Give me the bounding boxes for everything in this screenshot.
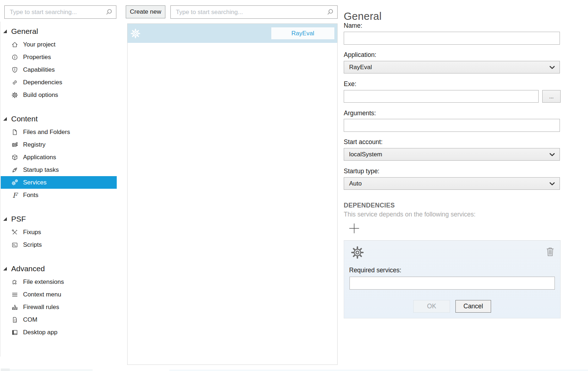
firewall-icon <box>11 304 18 311</box>
sidebar-item-context-menu[interactable]: Context menu <box>0 288 117 301</box>
dependencies-heading: DEPENDENCIES <box>344 202 395 209</box>
application-badge: RayEval <box>271 27 334 39</box>
sidebar-item-services[interactable]: Services <box>0 176 117 189</box>
sidebar-item-capabilities[interactable]: Capabilities <box>0 63 117 76</box>
section-label: PSF <box>11 215 26 223</box>
section-label: Content <box>11 115 38 123</box>
add-dependency-button plus-icon[interactable] <box>349 223 360 234</box>
required-services-input[interactable] <box>349 277 555 290</box>
dependencies-subtitle: This service depends on the following se… <box>344 211 476 218</box>
sidebar-section-content: Content Files and Folders Registry Appli… <box>0 114 117 201</box>
sidebar-section-advanced: Advanced File extensions Context menu Fi… <box>0 264 117 339</box>
section-header-general[interactable]: General <box>0 27 117 36</box>
script-f-icon: F <box>11 192 18 199</box>
section-header-content[interactable]: Content <box>0 114 117 124</box>
exe-browse-button[interactable]: ... <box>542 90 561 103</box>
sidebar-item-startup-tasks[interactable]: Startup tasks <box>0 164 117 176</box>
dependency-editor-card: Required services: OK Cancel <box>344 240 561 318</box>
sidebar-item-fonts[interactable]: F Fonts <box>0 189 117 201</box>
exe-input[interactable] <box>344 90 539 103</box>
section-label: Advanced <box>11 264 45 273</box>
sidebar-item-registry[interactable]: Registry <box>0 138 117 151</box>
sidebar-section-psf: PSF Fixups Scripts <box>0 214 117 251</box>
page-title: General <box>344 10 382 22</box>
search-icon <box>106 9 112 15</box>
puzzle-icon <box>11 278 18 286</box>
sidebar-item-com[interactable]: {} COM <box>0 313 117 326</box>
start-account-select[interactable]: localSystem <box>344 148 560 161</box>
chevron-down-icon <box>549 182 555 186</box>
name-label: Name: <box>344 22 362 30</box>
sidebar-item-your-project[interactable]: Your project <box>0 38 117 51</box>
link-icon <box>11 79 18 86</box>
gear-icon <box>130 28 141 39</box>
application-select[interactable]: RayEval <box>344 61 560 73</box>
cancel-button[interactable]: Cancel <box>455 300 491 313</box>
sidebar-item-build-options[interactable]: Build options <box>0 89 117 101</box>
gear-icon <box>350 245 365 260</box>
sidebar-search-input[interactable] <box>9 8 106 16</box>
arguments-input[interactable] <box>344 119 560 132</box>
chevron-down-icon <box>549 66 555 70</box>
list-search-input[interactable] <box>175 8 327 16</box>
sidebar-item-firewall-rules[interactable]: Firewall rules <box>0 301 117 313</box>
sidebar-item-files-and-folders[interactable]: Files and Folders <box>0 126 117 138</box>
sidebar-item-file-extensions[interactable]: File extensions <box>0 276 117 288</box>
expander-icon <box>3 217 7 221</box>
window-icon <box>11 329 18 336</box>
startup-type-label: Startup type: <box>344 167 379 175</box>
bottom-left-fragment <box>1 368 10 371</box>
search-icon <box>327 9 334 15</box>
sidebar: General Your project Properties Capabili… <box>0 0 117 371</box>
expander-icon <box>3 267 7 271</box>
delete-dependency-button trash-icon[interactable] <box>546 246 554 256</box>
gears-icon <box>11 179 18 186</box>
powershell-icon <box>11 241 18 249</box>
start-account-label: Start account: <box>344 138 383 146</box>
services-list-panel: RayEval <box>127 23 338 365</box>
sidebar-item-applications[interactable]: Applications <box>0 151 117 164</box>
home-icon <box>11 41 18 48</box>
cube-icon <box>11 154 18 161</box>
arguments-label: Arguments: <box>344 109 376 117</box>
com-document-icon: {} <box>11 316 18 323</box>
rocket-icon <box>11 166 18 174</box>
document-icon <box>11 129 18 136</box>
expander-icon <box>3 30 7 33</box>
svg-text:{}: {} <box>14 319 17 322</box>
gear-icon <box>11 91 18 99</box>
service-details-panel: General Name: Application: RayEval Exe: … <box>344 0 561 371</box>
sidebar-item-scripts[interactable]: Scripts <box>0 238 117 251</box>
list-search[interactable] <box>170 5 338 19</box>
section-header-psf[interactable]: PSF <box>0 214 117 224</box>
name-input[interactable] <box>344 32 560 45</box>
sidebar-section-general: General Your project Properties Capabili… <box>0 27 117 101</box>
create-new-button[interactable]: Create new <box>126 5 165 18</box>
exe-label: Exe: <box>344 80 356 88</box>
required-services-label: Required services: <box>349 267 401 274</box>
sidebar-item-desktop-app[interactable]: Desktop app <box>0 326 117 339</box>
bottom-strip <box>169 370 588 371</box>
info-icon <box>11 54 18 61</box>
section-header-advanced[interactable]: Advanced <box>0 264 117 273</box>
startup-type-select[interactable]: Auto <box>344 177 560 190</box>
sidebar-item-fixups[interactable]: Fixups <box>0 226 117 238</box>
section-label: General <box>11 27 38 35</box>
registry-icon <box>11 141 18 148</box>
tools-icon <box>11 229 18 236</box>
expander-icon <box>3 117 7 121</box>
application-label: Application: <box>344 51 376 59</box>
menu-lines-icon <box>11 291 18 298</box>
ok-button[interactable]: OK <box>413 300 450 313</box>
service-list-item[interactable]: RayEval <box>128 24 337 43</box>
sidebar-item-properties[interactable]: Properties <box>0 51 117 63</box>
chevron-down-icon <box>549 153 555 157</box>
sidebar-item-dependencies[interactable]: Dependencies <box>0 76 117 89</box>
shield-icon <box>11 66 18 73</box>
sidebar-search[interactable] <box>4 5 116 19</box>
bottom-left-strip <box>10 369 93 371</box>
